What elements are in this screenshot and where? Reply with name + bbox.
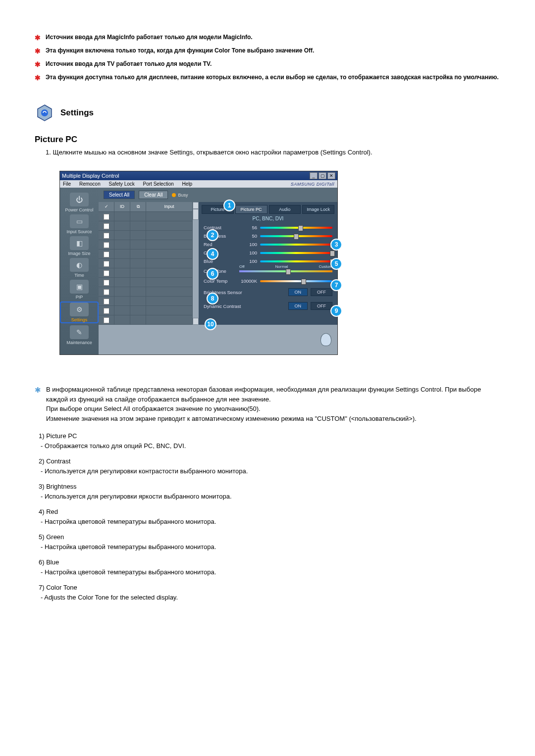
busy-indicator: Busy xyxy=(172,193,188,198)
footer-pane xyxy=(99,325,337,354)
brand-logo: SAMSUNG DIGITall xyxy=(291,182,334,187)
minimize-button[interactable]: _ xyxy=(310,172,318,179)
sidebar-item-maintenance[interactable]: ✎Maintenance xyxy=(60,325,99,345)
menu-safety-lock[interactable]: Safety Lock xyxy=(109,181,135,187)
table-row[interactable] xyxy=(99,315,193,325)
note-4: ✱Эта функция доступна только для дисплее… xyxy=(35,73,500,83)
table-row[interactable] xyxy=(99,278,193,287)
select-all-button[interactable]: Select All xyxy=(104,191,135,199)
mode-line: PC, BNC, DVI xyxy=(199,214,337,223)
callout-8: 8 xyxy=(207,293,218,304)
menu-port-selection[interactable]: Port Selection xyxy=(143,181,174,187)
table-row[interactable] xyxy=(99,259,193,268)
callout-4: 4 xyxy=(207,248,218,260)
callout-9: 9 xyxy=(330,305,342,317)
menu-file[interactable]: File xyxy=(63,181,71,187)
table-row[interactable] xyxy=(99,250,193,259)
footnote-text: В информационной таблице представлена не… xyxy=(46,385,500,423)
off-button[interactable]: OFF xyxy=(311,288,332,296)
vertical-scrollbar[interactable] xyxy=(193,202,199,325)
star-icon: ✱ xyxy=(35,73,41,83)
sidebar-item-image-size[interactable]: ◧Image Size xyxy=(60,236,99,256)
brightness-sensor-toggle[interactable]: Brightness Sensor ON OFF xyxy=(199,285,337,299)
callout-1: 1 xyxy=(223,200,235,211)
power-icon: ⏻ xyxy=(70,193,89,206)
green-control[interactable]: Green 100 xyxy=(199,249,337,257)
table-row[interactable] xyxy=(99,287,193,297)
menu-help[interactable]: Help xyxy=(182,181,193,187)
time-icon: ◐ xyxy=(70,258,89,272)
col-input: Input xyxy=(146,202,193,211)
list-item: 2) Contrast- Используется для регулировк… xyxy=(39,456,500,476)
window-titlebar: Multiple Display Control _ ▢ ✕ xyxy=(60,171,337,180)
star-icon: ✱ xyxy=(35,46,41,56)
sidebar-item-time[interactable]: ◐Time xyxy=(60,258,99,278)
contrast-control[interactable]: Contrast 56 xyxy=(199,223,337,232)
tab-audio[interactable]: Audio xyxy=(269,205,301,214)
off-button[interactable]: OFF xyxy=(311,302,332,310)
blue-control[interactable]: Blue 100 xyxy=(199,257,337,265)
table-row[interactable] xyxy=(99,297,193,306)
image-size-icon: ◧ xyxy=(70,236,89,250)
table-row[interactable] xyxy=(99,306,193,315)
svg-point-1 xyxy=(41,109,48,116)
col-check: ✓ xyxy=(99,202,114,211)
table-row[interactable] xyxy=(99,231,193,240)
table-row[interactable] xyxy=(99,221,193,231)
menubar: File Remocon Safety Lock Port Selection … xyxy=(60,180,337,188)
sidebar-item-input-source[interactable]: ▭Input Source xyxy=(60,214,99,234)
callout-6: 6 xyxy=(207,268,218,280)
sidebar-item-settings[interactable]: ⚙Settings xyxy=(60,302,99,323)
table-row[interactable] xyxy=(99,240,193,250)
numbered-list: 1) Picture PC- Отображается только для о… xyxy=(39,431,500,602)
close-button[interactable]: ✕ xyxy=(327,172,335,179)
col-id: ID xyxy=(114,202,130,211)
settings-panel: Picture Picture PC Audio Image Lock PC, … xyxy=(199,202,337,325)
settings-cube-icon xyxy=(35,103,54,123)
note-2: ✱Эта функция включена только тогда, когд… xyxy=(35,46,500,56)
tab-picture-pc[interactable]: Picture PC xyxy=(235,205,268,214)
help-bulb-icon xyxy=(321,333,331,346)
sidebar: ⏻Power Control ▭Input Source ◧Image Size… xyxy=(60,188,99,354)
settings-title: Settings xyxy=(60,108,94,118)
on-button[interactable]: ON xyxy=(288,302,308,310)
color-temp-control[interactable]: Color Temp 10000K xyxy=(199,277,337,285)
clear-all-button[interactable]: Clear All xyxy=(139,191,168,199)
toolbar: Select All Clear All Busy xyxy=(99,188,337,202)
callout-3: 3 xyxy=(330,239,342,251)
window-title: Multiple Display Control xyxy=(62,173,119,179)
col-status: ⧉ xyxy=(130,202,146,211)
maximize-button[interactable]: ▢ xyxy=(319,172,326,179)
red-control[interactable]: Red 100 xyxy=(199,240,337,249)
callout-2: 2 xyxy=(207,229,218,241)
app-screenshot: Multiple Display Control _ ▢ ✕ File Remo… xyxy=(59,171,338,355)
list-item: 1) Picture PC- Отображается только для о… xyxy=(39,431,500,451)
maintenance-icon: ✎ xyxy=(70,325,89,339)
list-item: 7) Color Tone- Adjusts the Color Tone fo… xyxy=(39,583,500,602)
brightness-control[interactable]: Brightness 50 xyxy=(199,232,337,240)
list-item: 6) Blue- Настройка цветовой температуры … xyxy=(39,557,500,577)
sidebar-item-pip[interactable]: ▣PIP xyxy=(60,280,99,300)
menu-remocon[interactable]: Remocon xyxy=(79,181,101,187)
callout-10: 10 xyxy=(205,318,216,330)
pip-icon: ▣ xyxy=(70,280,89,294)
star-icon: ✱ xyxy=(35,33,41,43)
list-item: 5) Green- Настройка цветовой температуры… xyxy=(39,532,500,552)
top-notes: ✱Источник ввода для MagicInfo работает т… xyxy=(35,33,500,83)
settings-icon: ⚙ xyxy=(70,302,89,316)
display-grid: ✓ ID ⧉ Input xyxy=(99,202,193,325)
step-1: 1. Щелкните мышью на основном значке Set… xyxy=(46,149,500,156)
section-title: Picture PC xyxy=(35,135,500,145)
list-item: 4) Red- Настройка цветовой температуры в… xyxy=(39,507,500,526)
star-icon: ✱ xyxy=(35,385,41,396)
input-icon: ▭ xyxy=(70,214,89,228)
color-tone-control[interactable]: Color Tone Off Normal Custom xyxy=(199,265,337,277)
table-row[interactable] xyxy=(99,268,193,278)
dynamic-contrast-toggle[interactable]: Dynamic Contrast ON OFF xyxy=(199,299,337,313)
sidebar-item-power-control[interactable]: ⏻Power Control xyxy=(60,193,99,212)
list-item: 3) Brightness- Используется для регулиро… xyxy=(39,482,500,501)
table-row[interactable] xyxy=(99,212,193,221)
on-button[interactable]: ON xyxy=(288,288,308,296)
star-icon: ✱ xyxy=(35,59,41,70)
tab-image-lock[interactable]: Image Lock xyxy=(302,205,334,214)
